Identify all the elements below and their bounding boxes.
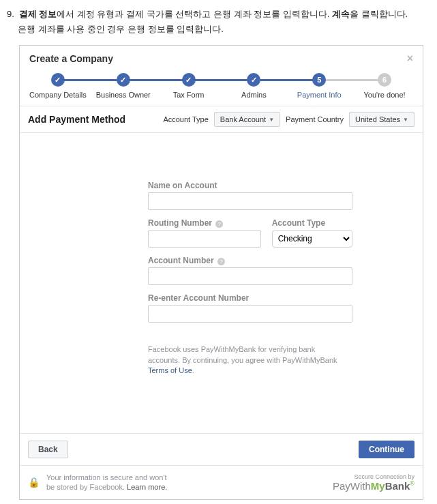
- paywithmybank-logo: PayWithMyBank®: [333, 480, 415, 492]
- step-subtext: 은행 계좌를 사용 중인 경우 은행 정보를 입력합니다.: [7, 22, 430, 37]
- step-label: Tax Form: [156, 91, 222, 99]
- payment-country-value: United States: [355, 115, 400, 123]
- step-label: You're done!: [352, 91, 417, 99]
- step-number: 9.: [7, 7, 16, 22]
- caret-down-icon: ▼: [403, 117, 408, 123]
- step-tax-form: Tax Form: [156, 73, 222, 99]
- instruction-step-9: 9. 결제 정보에서 계정 유형과 결제 국가를 선택하고 은행 계좌 정보를 …: [0, 7, 437, 42]
- account-number-input[interactable]: [148, 267, 352, 285]
- paywithmybank-branding: Secure Connection by PayWithMyBank®: [333, 473, 415, 492]
- terms-of-use-link[interactable]: Terms of Use: [148, 366, 192, 374]
- reenter-account-input[interactable]: [148, 305, 352, 323]
- secure-text-line1: Your information is secure and won't: [46, 473, 167, 482]
- caret-down-icon: ▼: [269, 117, 274, 123]
- close-icon[interactable]: ×: [407, 53, 413, 65]
- dialog-button-row: Back Continue: [20, 433, 423, 465]
- step-text-1: 에서 계정 유형과 결제 국가를 선택하고 은행 계좌 정보를 입력합니다.: [57, 9, 332, 19]
- secure-text-line2: be stored by Facebook.: [46, 483, 127, 491]
- check-icon: [51, 73, 65, 87]
- info-icon[interactable]: ?: [215, 220, 223, 228]
- routing-number-input[interactable]: [148, 230, 261, 248]
- step-bold-1: 결제 정보: [19, 9, 57, 19]
- name-on-account-input[interactable]: [148, 192, 352, 210]
- account-number-label: Account Number ?: [148, 256, 352, 265]
- back-button[interactable]: Back: [28, 441, 68, 458]
- disclaimer-text: Facebook uses PayWithMyBank for verifyin…: [148, 344, 339, 376]
- routing-number-label: Routing Number ?: [148, 218, 261, 228]
- step-bold-2: 계속: [332, 9, 350, 19]
- check-icon: [247, 73, 260, 87]
- step-company-details: Company Details: [25, 73, 91, 99]
- info-icon[interactable]: ?: [217, 258, 225, 265]
- dialog-title: Create a Company: [29, 53, 113, 64]
- step-payment-info: 5 Payment Info: [286, 73, 352, 99]
- lock-icon: 🔒: [28, 477, 40, 488]
- inactive-step-icon: 6: [378, 73, 391, 87]
- check-icon: [182, 73, 196, 87]
- step-label: Admins: [221, 91, 286, 99]
- step-label: Payment Info: [286, 91, 352, 99]
- payment-country-dropdown[interactable]: United States ▼: [349, 112, 415, 127]
- secure-footer: 🔒 Your information is secure and won't b…: [20, 465, 423, 499]
- account-type-select[interactable]: Checking: [272, 230, 352, 248]
- secure-connection-by: Secure Connection by: [333, 473, 415, 480]
- bank-form-area: Name on Account Routing Number ? Account…: [20, 133, 423, 433]
- account-type2-label: Account Type: [272, 218, 352, 228]
- progress-stepper: Company Details Business Owner Tax Form …: [20, 69, 423, 106]
- name-on-account-label: Name on Account: [148, 181, 352, 190]
- account-type-label: Account Type: [163, 115, 208, 123]
- reenter-account-label: Re-enter Account Number: [148, 293, 352, 303]
- create-company-dialog: Create a Company × Company Details Busin…: [19, 45, 423, 500]
- step-done: 6 You're done!: [352, 73, 417, 99]
- current-step-icon: 5: [312, 73, 326, 87]
- step-business-owner: Business Owner: [91, 73, 156, 99]
- step-label: Company Details: [25, 91, 91, 99]
- step-admins: Admins: [221, 73, 286, 99]
- continue-button[interactable]: Continue: [359, 441, 415, 458]
- payment-country-label: Payment Country: [286, 115, 344, 123]
- account-type-value: Bank Account: [220, 115, 266, 123]
- step-text-2: 을 클릭합니다.: [350, 9, 408, 19]
- add-payment-method-title: Add Payment Method: [28, 114, 157, 125]
- account-type-dropdown[interactable]: Bank Account ▼: [214, 112, 280, 127]
- learn-more-link[interactable]: Learn more.: [127, 483, 167, 491]
- step-label: Business Owner: [91, 91, 156, 99]
- check-icon: [117, 73, 130, 87]
- payment-method-header: Add Payment Method Account Type Bank Acc…: [20, 106, 423, 133]
